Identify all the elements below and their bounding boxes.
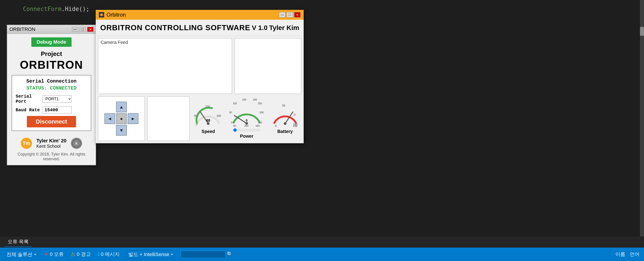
svg-point-2: [100, 14, 103, 16]
camera-feed-label: Camera Feed: [100, 40, 128, 45]
error-list-tab[interactable]: 오류 목록: [4, 237, 32, 247]
small-window-title: ORBITRON: [10, 27, 35, 32]
warning-count: 0 경고: [77, 251, 90, 258]
baud-rate-label: Baud Rate: [16, 107, 42, 113]
info-count-group: ℹ 0 메시지: [98, 251, 120, 258]
school-logo: K: [71, 138, 82, 149]
main-win-controls: — □ ✕: [279, 12, 300, 18]
small-maximize-button[interactable]: □: [80, 27, 86, 32]
error-search-input[interactable]: [181, 251, 226, 258]
serial-box-title: Serial Connection: [16, 79, 87, 84]
footer-area: Tm Tyler Kim' 20 Kent School K: [12, 135, 91, 149]
tm-logo: Tm: [21, 138, 32, 149]
error-count: 0 오류: [50, 251, 64, 258]
svg-text:0: 0: [275, 124, 276, 128]
small-win-controls: — □ ✕: [72, 27, 94, 32]
camera-feed-panel: Camera Feed: [98, 38, 232, 94]
right-top-panel: [234, 38, 302, 94]
language-label: 언어: [630, 251, 640, 258]
info-count: 0 메시지: [101, 251, 120, 258]
baud-rate-row: Baud Rate: [16, 106, 87, 114]
top-panels: Camera Feed: [98, 38, 302, 94]
power-gauge-svg: 0 50 100 150 200 250 300 350: [229, 99, 264, 128]
warning-icon: ⚠: [70, 251, 75, 257]
svg-text:00: 00: [233, 124, 236, 127]
dpad-left-button[interactable]: ◄: [104, 113, 115, 124]
svg-text:50: 50: [229, 111, 232, 114]
battery-gauge-label: Battery: [277, 129, 293, 134]
speed-gauge-svg: 0 50 100 150 88: [194, 103, 223, 128]
power-gauge-label: Power: [240, 134, 253, 139]
warning-count-group: ⚠ 0 경고: [70, 251, 90, 258]
svg-text:50: 50: [282, 104, 285, 107]
speed-gauge-label: Speed: [202, 129, 215, 134]
bottom-right-items: 이름 언어: [616, 251, 640, 258]
main-maximize-button[interactable]: □: [287, 12, 293, 18]
baud-rate-input[interactable]: [42, 106, 72, 114]
small-window-body: Debug Mode Project ORBITRON Serial Conne…: [7, 34, 96, 165]
search-group: 🔍: [181, 251, 233, 258]
svg-text:100: 100: [233, 102, 237, 105]
small-orbitron-window: ORBITRON — □ ✕ Debug Mode Project ORBITR…: [7, 25, 96, 165]
error-icon: ✕: [44, 251, 48, 257]
serial-connection-box: Serial Connection STATUS: CONNECTED Seri…: [12, 75, 91, 131]
footer-school: Kent School: [36, 144, 66, 149]
disconnect-button[interactable]: Disconnect: [27, 116, 76, 127]
vscode-scrollbar[interactable]: [640, 0, 644, 247]
power-slider[interactable]: [233, 128, 260, 132]
dpad-right-button[interactable]: ►: [128, 113, 138, 124]
dpad-down-button[interactable]: ▼: [116, 125, 127, 136]
solution-select[interactable]: 전체 솔루션: [4, 250, 37, 258]
svg-text:K: K: [75, 142, 78, 145]
vscode-bottom-bar: 전체 솔루션 ✕ 0 오류 ⚠ 0 경고 ℹ 0 메시지 빌드 + Intell…: [0, 247, 644, 261]
svg-text:0: 0: [246, 119, 248, 122]
svg-point-28: [284, 122, 286, 125]
svg-text:0: 0: [231, 121, 232, 124]
main-window-title: Orbitron: [106, 12, 126, 18]
info-icon: ℹ: [98, 251, 100, 257]
main-header: ORBITRON CONTROLLING SOFTWARE V 1.0 Tyle…: [96, 20, 304, 36]
svg-text:150: 150: [242, 98, 246, 101]
error-count-text: 0 오류: [50, 251, 64, 257]
dpad-center-button[interactable]: ●: [116, 113, 127, 124]
main-close-button[interactable]: ✕: [294, 12, 300, 18]
main-minimize-button[interactable]: —: [279, 12, 285, 18]
build-select[interactable]: 빌드 + IntelliSense: [126, 250, 174, 258]
dpad-control-panel: ▲ ◄ ● ► ▼: [98, 96, 145, 141]
error-count-group: ✕ 0 오류: [44, 251, 64, 258]
main-titlebar: Orbitron — □ ✕: [96, 10, 304, 20]
serial-port-select[interactable]: PORT1 PORT2 PORT3: [42, 95, 72, 103]
name-label: 이름: [616, 251, 625, 258]
speed-gauge: 0 50 100 150 88: [194, 103, 223, 134]
solution-dropdown-group: 전체 솔루션: [4, 250, 37, 258]
footer-text: Tyler Kim' 20 Kent School: [36, 138, 66, 149]
debug-mode-button[interactable]: Debug Mode: [31, 37, 72, 47]
svg-text:150: 150: [216, 114, 221, 118]
main-app-title: ORBITRON CONTROLLING SOFTWARE: [100, 23, 250, 32]
vscode-panel-tabs: 오류 목록: [0, 236, 644, 247]
battery-gauge: 50 0 100 0 100: [270, 103, 300, 134]
dpad-top-row: ▲: [104, 102, 138, 112]
copyright-text: Copyright © 2018, Tyler Kim. All rights …: [12, 152, 91, 161]
svg-text:100: 100: [293, 124, 298, 128]
svg-text:250: 250: [258, 102, 262, 105]
small-minimize-button[interactable]: —: [72, 27, 78, 32]
project-label: Project: [12, 50, 91, 58]
svg-point-8: [207, 122, 210, 125]
serial-port-row: Serial Port PORT1 PORT2 PORT3: [16, 94, 87, 104]
dpad-bottom-row: ▼: [104, 125, 138, 136]
small-window-titlebar: ORBITRON — □ ✕: [7, 25, 96, 34]
main-author: Tyler Kim: [269, 24, 300, 32]
dpad-middle-row: ◄ ● ►: [104, 113, 138, 124]
scrollbar-thumb[interactable]: [640, 27, 644, 36]
info-count-text: 0 메시지: [101, 251, 120, 257]
main-content: Camera Feed ▲ ◄ ● ► ▼: [96, 36, 304, 143]
main-version: V 1.0: [252, 24, 268, 32]
search-icon: 🔍: [227, 251, 233, 257]
svg-text:300: 300: [260, 111, 264, 114]
dpad-up-button[interactable]: ▲: [116, 102, 127, 112]
error-list-tab-label: 오류 목록: [8, 239, 28, 244]
main-orbitron-window: Orbitron — □ ✕ ORBITRON CONTROLLING SOFT…: [96, 10, 304, 143]
small-close-button[interactable]: ✕: [87, 27, 94, 32]
power-gauge: 0 50 100 150 200 250 300 350: [229, 99, 264, 139]
